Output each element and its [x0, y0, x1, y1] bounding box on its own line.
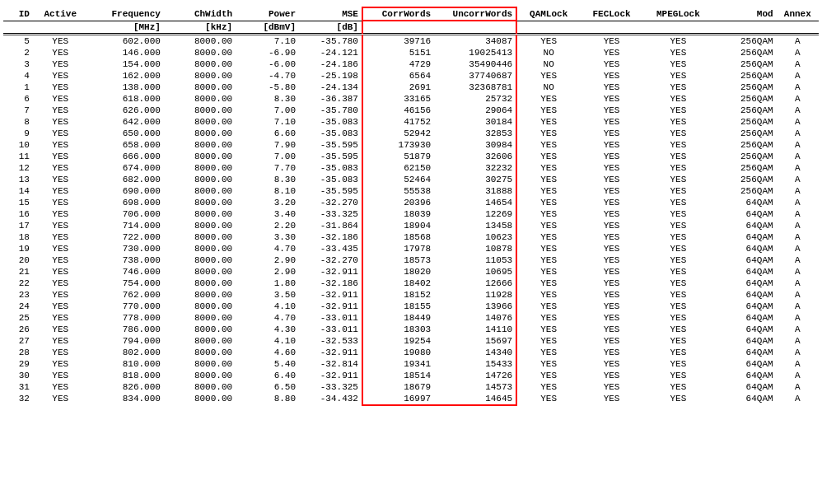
- cell-chwidth: 8000.00: [164, 358, 236, 370]
- cell-mse: -32.186: [299, 231, 362, 243]
- cell-id: 3: [3, 58, 33, 70]
- cell-annex: A: [777, 185, 819, 197]
- cell-mse: -24.134: [299, 82, 362, 93]
- cell-chwidth: 8000.00: [164, 266, 236, 278]
- col-header-active: Active: [33, 7, 88, 21]
- cell-mse: -32.814: [299, 358, 362, 370]
- cell-frequency: 666.000: [88, 151, 164, 162]
- cell-feclck: YES: [580, 335, 643, 347]
- cell-annex: A: [777, 231, 819, 243]
- cell-active: YES: [33, 312, 88, 324]
- table-row: 12YES674.0008000.007.70-35.0836215032232…: [3, 162, 819, 174]
- cell-feclck: YES: [580, 128, 643, 139]
- cell-active: YES: [33, 82, 88, 93]
- cell-active: YES: [33, 35, 88, 47]
- cell-feclck: YES: [580, 93, 643, 105]
- cell-uncorrwords: 32368781: [434, 82, 516, 93]
- table-row: 18YES722.0008000.003.30-32.1861856810623…: [3, 231, 819, 243]
- cell-power: 4.70: [236, 243, 299, 254]
- cell-mod: 256QAM: [713, 105, 777, 116]
- cell-mpeglck: YES: [643, 82, 713, 93]
- cell-feclck: YES: [580, 139, 643, 151]
- table-row: 30YES818.0008000.006.40-32.9111851414726…: [3, 370, 819, 381]
- cell-id: 26: [3, 324, 33, 335]
- cell-active: YES: [33, 47, 88, 58]
- cell-id: 16: [3, 208, 33, 220]
- cell-mpeglck: YES: [643, 278, 713, 289]
- cell-qamlck: YES: [516, 312, 580, 324]
- cell-frequency: 682.000: [88, 174, 164, 185]
- col-header-power: Power: [236, 7, 299, 21]
- cell-frequency: 154.000: [88, 58, 164, 70]
- cell-chwidth: 8000.00: [164, 128, 236, 139]
- table-row: 9YES650.0008000.006.60-35.0835294232853Y…: [3, 128, 819, 139]
- cell-mse: -32.911: [299, 289, 362, 301]
- cell-id: 22: [3, 278, 33, 289]
- cell-active: YES: [33, 70, 88, 82]
- table-row: 20YES738.0008000.002.90-32.2701857311053…: [3, 254, 819, 266]
- cell-uncorrwords: 14110: [434, 324, 516, 335]
- cell-frequency: 674.000: [88, 162, 164, 174]
- cell-mpeglck: YES: [643, 93, 713, 105]
- cell-power: 8.30: [236, 93, 299, 105]
- cell-annex: A: [777, 312, 819, 324]
- cell-mpeglck: YES: [643, 105, 713, 116]
- cell-mse: -32.911: [299, 301, 362, 312]
- col-sub-mse: [dB]: [299, 21, 362, 33]
- cell-chwidth: 8000.00: [164, 174, 236, 185]
- cell-mse: -35.083: [299, 116, 362, 128]
- cell-mse: -35.595: [299, 185, 362, 197]
- cell-power: 7.10: [236, 116, 299, 128]
- cell-annex: A: [777, 278, 819, 289]
- cell-power: -6.90: [236, 47, 299, 58]
- cell-uncorrwords: 12666: [434, 278, 516, 289]
- cell-mse: -32.911: [299, 370, 362, 381]
- cell-qamlck: YES: [516, 185, 580, 197]
- cell-uncorrwords: 15433: [434, 358, 516, 370]
- cell-mod: 256QAM: [713, 162, 777, 174]
- cell-mod: 256QAM: [713, 82, 777, 93]
- cell-mpeglck: YES: [643, 324, 713, 335]
- cell-mod: 64QAM: [713, 381, 777, 393]
- cell-uncorrwords: 30984: [434, 139, 516, 151]
- cell-active: YES: [33, 370, 88, 381]
- cell-id: 20: [3, 254, 33, 266]
- cell-mpeglck: YES: [643, 116, 713, 128]
- col-header-annex: Annex: [777, 7, 819, 21]
- cell-active: YES: [33, 58, 88, 70]
- cell-power: -5.80: [236, 82, 299, 93]
- table-row: 26YES786.0008000.004.30-33.0111830314110…: [3, 324, 819, 335]
- cell-annex: A: [777, 162, 819, 174]
- cell-id: 9: [3, 128, 33, 139]
- cell-frequency: 650.000: [88, 128, 164, 139]
- cell-mod: 256QAM: [713, 70, 777, 82]
- cell-id: 8: [3, 116, 33, 128]
- cell-mod: 64QAM: [713, 278, 777, 289]
- cell-mpeglck: YES: [643, 347, 713, 358]
- cell-qamlck: YES: [516, 197, 580, 208]
- cell-chwidth: 8000.00: [164, 243, 236, 254]
- cell-corrwords: 18568: [362, 231, 434, 243]
- cell-uncorrwords: 10695: [434, 266, 516, 278]
- cell-qamlck: YES: [516, 370, 580, 381]
- cell-corrwords: 19254: [362, 335, 434, 347]
- cell-feclck: YES: [580, 35, 643, 47]
- cell-frequency: 722.000: [88, 231, 164, 243]
- cell-corrwords: 18152: [362, 289, 434, 301]
- cell-frequency: 810.000: [88, 358, 164, 370]
- cell-corrwords: 18039: [362, 208, 434, 220]
- cell-frequency: 690.000: [88, 185, 164, 197]
- cell-feclck: YES: [580, 220, 643, 231]
- cell-annex: A: [777, 151, 819, 162]
- cell-frequency: 146.000: [88, 47, 164, 58]
- cell-mpeglck: YES: [643, 301, 713, 312]
- cell-uncorrwords: 30275: [434, 174, 516, 185]
- cell-id: 18: [3, 231, 33, 243]
- cell-corrwords: 18303: [362, 324, 434, 335]
- cell-frequency: 770.000: [88, 301, 164, 312]
- cell-mse: -32.186: [299, 278, 362, 289]
- cell-corrwords: 19080: [362, 347, 434, 358]
- cell-id: 6: [3, 93, 33, 105]
- cell-chwidth: 8000.00: [164, 335, 236, 347]
- cell-corrwords: 18679: [362, 381, 434, 393]
